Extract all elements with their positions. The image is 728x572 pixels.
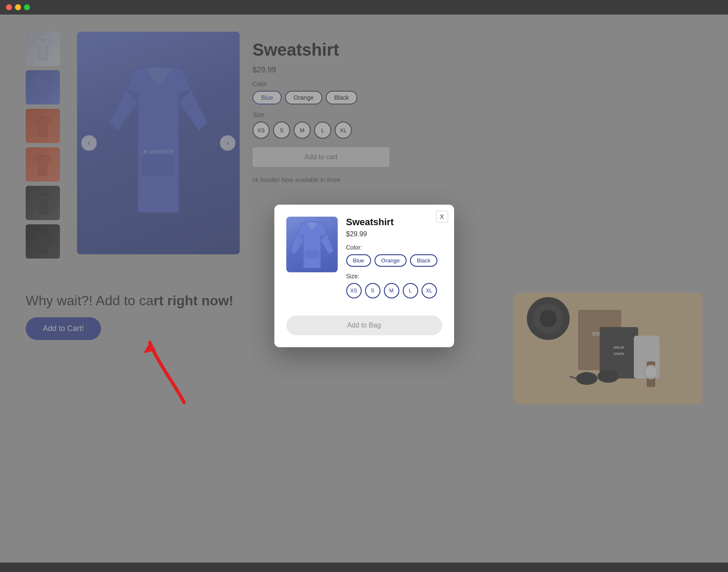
svg-rect-19 <box>305 250 319 259</box>
traffic-light-green[interactable] <box>24 4 30 10</box>
browser-chrome <box>0 0 728 15</box>
traffic-light-red[interactable] <box>6 4 12 10</box>
modal-close-button[interactable]: X <box>436 211 448 223</box>
modal-color-blue[interactable]: Blue <box>346 254 371 267</box>
modal-product-price: $29.99 <box>346 230 442 238</box>
modal-product-image <box>286 217 338 272</box>
modal-product-info: Sweatshirt $29.99 Color: Blue Orange Bla… <box>346 217 442 307</box>
modal-size-s[interactable]: S <box>365 283 380 298</box>
quick-add-modal: X Sweatshirt $29.99 C <box>274 205 454 347</box>
modal-size-label: Size: <box>346 273 442 280</box>
modal-size-options: XS S M L XL <box>346 283 442 298</box>
page-wrapper: ‹ ⊕ UNSTACK › <box>0 15 728 563</box>
modal-size-l[interactable]: L <box>403 283 418 298</box>
modal-size-m[interactable]: M <box>384 283 399 298</box>
traffic-lights <box>6 4 722 15</box>
modal-size-xl[interactable]: XL <box>422 283 437 298</box>
modal-color-black[interactable]: Black <box>410 254 437 267</box>
modal-product-name: Sweatshirt <box>346 217 442 228</box>
modal-color-options: Blue Orange Black <box>346 254 442 267</box>
modal-header: Sweatshirt $29.99 Color: Blue Orange Bla… <box>286 217 442 307</box>
modal-size-xs[interactable]: XS <box>346 283 362 298</box>
modal-color-label: Color: <box>346 244 442 251</box>
add-to-bag-button[interactable]: Add to Bag <box>286 316 442 335</box>
traffic-light-yellow[interactable] <box>15 4 21 10</box>
modal-color-orange[interactable]: Orange <box>374 254 407 267</box>
